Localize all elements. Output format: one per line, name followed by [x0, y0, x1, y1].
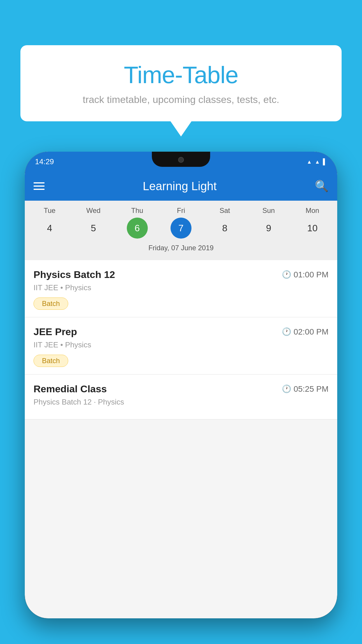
calendar-section: Tue4Wed5Thu6Fri7Sat8Sun9Mon10 Friday, 07…: [25, 201, 337, 260]
calendar-days-row: Tue4Wed5Thu6Fri7Sat8Sun9Mon10: [25, 206, 337, 239]
clock-icon: 🕐: [282, 327, 291, 336]
wifi-icon: [307, 158, 312, 165]
hamburger-line-3: [34, 189, 45, 190]
schedule-item-sub: IIT JEE • Physics: [34, 283, 328, 292]
status-time: 14:29: [35, 157, 54, 166]
cal-day-name: Sun: [262, 206, 275, 215]
cal-day-num[interactable]: 8: [214, 218, 235, 239]
bubble-title: Time-Table: [38, 61, 324, 89]
schedule-item-0[interactable]: Physics Batch 12🕐 01:00 PMIIT JEE • Phys…: [25, 260, 337, 317]
phone-frame: 14:29 Learning Light 🔍: [25, 152, 337, 618]
schedule-item-sub: IIT JEE • Physics: [34, 340, 328, 349]
batch-badge: Batch: [34, 355, 68, 367]
schedule-item-title: Physics Batch 12: [34, 269, 115, 280]
cal-day-10[interactable]: Mon10: [294, 206, 331, 239]
phone-screen: 14:29 Learning Light 🔍: [25, 152, 337, 618]
cal-day-7[interactable]: Fri7: [162, 206, 200, 239]
schedule-item-2[interactable]: Remedial Class🕐 05:25 PMPhysics Batch 12…: [25, 374, 337, 419]
hamburger-icon[interactable]: [34, 182, 45, 190]
schedule-item-sub: Physics Batch 12 · Physics: [34, 398, 328, 407]
cal-day-num[interactable]: 4: [39, 218, 60, 239]
cal-day-9[interactable]: Sun9: [250, 206, 288, 239]
schedule-item-header: Physics Batch 12🕐 01:00 PM: [34, 269, 328, 280]
cal-day-num[interactable]: 6: [127, 218, 148, 239]
schedule-item-time: 🕐 01:00 PM: [282, 270, 328, 279]
cal-day-8[interactable]: Sat8: [206, 206, 244, 239]
cal-day-num[interactable]: 7: [171, 218, 191, 239]
hamburger-line-1: [34, 182, 45, 183]
cal-day-num[interactable]: 9: [258, 218, 279, 239]
schedule-item-1[interactable]: JEE Prep🕐 02:00 PMIIT JEE • PhysicsBatch: [25, 317, 337, 374]
app-bar-title: Learning Light: [143, 180, 217, 193]
phone-wrapper: 14:29 Learning Light 🔍: [25, 152, 337, 644]
hamburger-line-2: [34, 186, 45, 187]
batch-badge: Batch: [34, 298, 68, 310]
signal-icon: [315, 158, 320, 165]
app-bar: Learning Light 🔍: [25, 172, 337, 201]
cal-day-6[interactable]: Thu6: [118, 206, 156, 239]
speech-bubble-container: Time-Table track timetable, upcoming cla…: [20, 45, 342, 121]
bubble-subtitle: track timetable, upcoming classes, tests…: [38, 94, 324, 105]
cal-day-name: Wed: [86, 206, 101, 215]
schedule-item-header: JEE Prep🕐 02:00 PM: [34, 326, 328, 337]
battery-icon: [323, 158, 327, 165]
cal-day-name: Thu: [131, 206, 143, 215]
schedule-item-header: Remedial Class🕐 05:25 PM: [34, 383, 328, 395]
cal-day-name: Sat: [219, 206, 230, 215]
schedule-list: Physics Batch 12🕐 01:00 PMIIT JEE • Phys…: [25, 260, 337, 419]
schedule-item-title: JEE Prep: [34, 326, 77, 337]
clock-icon: 🕐: [282, 384, 291, 393]
cal-day-num[interactable]: 5: [83, 218, 104, 239]
schedule-item-time: 🕐 05:25 PM: [282, 384, 328, 394]
schedule-item-title: Remedial Class: [34, 383, 107, 395]
status-icons: [307, 158, 327, 165]
cal-day-name: Mon: [305, 206, 319, 215]
cal-day-name: Fri: [177, 206, 185, 215]
phone-notch: [152, 152, 210, 167]
cal-day-4[interactable]: Tue4: [31, 206, 68, 239]
search-icon[interactable]: 🔍: [315, 180, 328, 192]
cal-day-5[interactable]: Wed5: [74, 206, 112, 239]
speech-bubble: Time-Table track timetable, upcoming cla…: [20, 45, 342, 121]
cal-day-name: Tue: [44, 206, 55, 215]
cal-day-num[interactable]: 10: [302, 218, 323, 239]
schedule-item-time: 🕐 02:00 PM: [282, 327, 328, 337]
selected-date-label: Friday, 07 June 2019: [25, 241, 337, 257]
camera-dot: [178, 157, 184, 163]
clock-icon: 🕐: [282, 270, 291, 279]
